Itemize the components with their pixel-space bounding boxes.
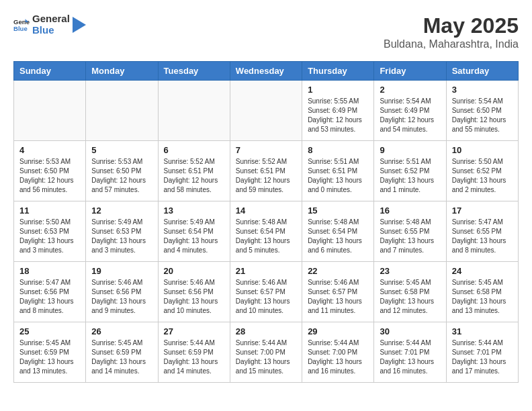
- calendar-cell: 5Sunrise: 5:53 AM Sunset: 6:50 PM Daylig…: [86, 141, 158, 201]
- weekday-header-friday: Friday: [374, 62, 446, 81]
- calendar-week-row: 4Sunrise: 5:53 AM Sunset: 6:50 PM Daylig…: [14, 141, 519, 201]
- day-info: Sunrise: 5:49 AM Sunset: 6:54 PM Dayligh…: [164, 218, 224, 255]
- day-info: Sunrise: 5:47 AM Sunset: 6:55 PM Dayligh…: [452, 218, 513, 255]
- weekday-header-wednesday: Wednesday: [230, 62, 302, 81]
- day-number: 25: [19, 326, 80, 336]
- location-subtitle: Buldana, Maharashtra, India: [384, 38, 519, 50]
- day-number: 15: [308, 205, 368, 216]
- day-info: Sunrise: 5:52 AM Sunset: 6:51 PM Dayligh…: [236, 157, 296, 195]
- calendar-cell: [14, 81, 86, 141]
- day-number: 8: [308, 145, 368, 155]
- calendar-cell: 19Sunrise: 5:46 AM Sunset: 6:56 PM Dayli…: [86, 262, 158, 322]
- calendar-cell: 9Sunrise: 5:51 AM Sunset: 6:52 PM Daylig…: [374, 141, 446, 201]
- calendar-cell: 28Sunrise: 5:44 AM Sunset: 7:00 PM Dayli…: [230, 322, 302, 383]
- calendar-cell: 30Sunrise: 5:44 AM Sunset: 7:01 PM Dayli…: [374, 322, 446, 383]
- calendar-cell: [86, 81, 158, 141]
- day-info: Sunrise: 5:53 AM Sunset: 6:50 PM Dayligh…: [91, 157, 152, 195]
- day-number: 23: [380, 266, 440, 276]
- day-info: Sunrise: 5:45 AM Sunset: 6:59 PM Dayligh…: [19, 338, 80, 376]
- calendar-week-row: 18Sunrise: 5:47 AM Sunset: 6:56 PM Dayli…: [14, 262, 519, 322]
- calendar-cell: 11Sunrise: 5:50 AM Sunset: 6:53 PM Dayli…: [14, 201, 86, 262]
- day-info: Sunrise: 5:45 AM Sunset: 6:58 PM Dayligh…: [380, 278, 440, 316]
- calendar-table: SundayMondayTuesdayWednesdayThursdayFrid…: [13, 61, 519, 383]
- calendar-cell: 1Sunrise: 5:55 AM Sunset: 6:49 PM Daylig…: [302, 81, 374, 141]
- day-number: 24: [452, 266, 513, 276]
- day-number: 6: [164, 145, 224, 155]
- svg-text:Blue: Blue: [13, 24, 28, 32]
- svg-marker-3: [73, 17, 86, 33]
- day-number: 17: [452, 205, 513, 216]
- day-info: Sunrise: 5:52 AM Sunset: 6:51 PM Dayligh…: [164, 157, 224, 195]
- calendar-cell: 15Sunrise: 5:48 AM Sunset: 6:54 PM Dayli…: [302, 201, 374, 262]
- day-number: 10: [452, 145, 513, 155]
- calendar-cell: 7Sunrise: 5:52 AM Sunset: 6:51 PM Daylig…: [230, 141, 302, 201]
- day-number: 16: [380, 205, 440, 216]
- calendar-cell: 27Sunrise: 5:44 AM Sunset: 6:59 PM Dayli…: [158, 322, 230, 383]
- calendar-cell: 12Sunrise: 5:49 AM Sunset: 6:53 PM Dayli…: [86, 201, 158, 262]
- day-number: 12: [91, 205, 152, 216]
- day-info: Sunrise: 5:54 AM Sunset: 6:50 PM Dayligh…: [452, 97, 513, 134]
- day-info: Sunrise: 5:47 AM Sunset: 6:56 PM Dayligh…: [19, 278, 80, 316]
- day-info: Sunrise: 5:45 AM Sunset: 6:58 PM Dayligh…: [452, 278, 513, 316]
- day-number: 3: [452, 85, 513, 95]
- day-info: Sunrise: 5:48 AM Sunset: 6:55 PM Dayligh…: [380, 218, 440, 255]
- calendar-cell: 8Sunrise: 5:51 AM Sunset: 6:51 PM Daylig…: [302, 141, 374, 201]
- day-info: Sunrise: 5:51 AM Sunset: 6:51 PM Dayligh…: [308, 157, 368, 195]
- calendar-cell: 10Sunrise: 5:50 AM Sunset: 6:52 PM Dayli…: [446, 141, 518, 201]
- day-info: Sunrise: 5:44 AM Sunset: 7:01 PM Dayligh…: [380, 338, 440, 376]
- weekday-header-row: SundayMondayTuesdayWednesdayThursdayFrid…: [14, 62, 519, 81]
- day-number: 18: [19, 266, 80, 276]
- day-info: Sunrise: 5:44 AM Sunset: 7:00 PM Dayligh…: [236, 338, 296, 376]
- weekday-header-monday: Monday: [86, 62, 158, 81]
- page-header: General Blue General Blue May 2025 Bulda…: [13, 13, 519, 50]
- weekday-header-saturday: Saturday: [446, 62, 518, 81]
- day-number: 9: [380, 145, 440, 155]
- day-info: Sunrise: 5:46 AM Sunset: 6:56 PM Dayligh…: [164, 278, 224, 316]
- day-info: Sunrise: 5:50 AM Sunset: 6:53 PM Dayligh…: [19, 218, 80, 255]
- calendar-cell: 13Sunrise: 5:49 AM Sunset: 6:54 PM Dayli…: [158, 201, 230, 262]
- calendar-cell: 4Sunrise: 5:53 AM Sunset: 6:50 PM Daylig…: [14, 141, 86, 201]
- day-number: 21: [236, 266, 296, 276]
- logo-arrow-icon: [73, 17, 86, 33]
- day-info: Sunrise: 5:44 AM Sunset: 7:00 PM Dayligh…: [308, 338, 368, 376]
- day-number: 20: [164, 266, 224, 276]
- calendar-cell: 22Sunrise: 5:46 AM Sunset: 6:57 PM Dayli…: [302, 262, 374, 322]
- calendar-cell: 17Sunrise: 5:47 AM Sunset: 6:55 PM Dayli…: [446, 201, 518, 262]
- day-info: Sunrise: 5:51 AM Sunset: 6:52 PM Dayligh…: [380, 157, 440, 195]
- calendar-week-row: 1Sunrise: 5:55 AM Sunset: 6:49 PM Daylig…: [14, 81, 519, 141]
- logo-general-text: General: [32, 13, 70, 25]
- weekday-header-thursday: Thursday: [302, 62, 374, 81]
- day-number: 31: [452, 326, 513, 336]
- logo-blue-text: Blue: [32, 25, 70, 36]
- logo: General Blue General Blue: [13, 13, 86, 36]
- day-info: Sunrise: 5:49 AM Sunset: 6:53 PM Dayligh…: [91, 218, 152, 255]
- day-info: Sunrise: 5:50 AM Sunset: 6:52 PM Dayligh…: [452, 157, 513, 195]
- calendar-cell: 29Sunrise: 5:44 AM Sunset: 7:00 PM Dayli…: [302, 322, 374, 383]
- day-number: 19: [91, 266, 152, 276]
- day-info: Sunrise: 5:55 AM Sunset: 6:49 PM Dayligh…: [308, 97, 368, 134]
- day-number: 11: [19, 205, 80, 216]
- day-number: 30: [380, 326, 440, 336]
- calendar-cell: 16Sunrise: 5:48 AM Sunset: 6:55 PM Dayli…: [374, 201, 446, 262]
- day-info: Sunrise: 5:44 AM Sunset: 6:59 PM Dayligh…: [164, 338, 224, 376]
- calendar-cell: 26Sunrise: 5:45 AM Sunset: 6:59 PM Dayli…: [86, 322, 158, 383]
- day-number: 29: [308, 326, 368, 336]
- calendar-cell: 24Sunrise: 5:45 AM Sunset: 6:58 PM Dayli…: [446, 262, 518, 322]
- weekday-header-sunday: Sunday: [14, 62, 86, 81]
- day-number: 14: [236, 205, 296, 216]
- calendar-cell: 23Sunrise: 5:45 AM Sunset: 6:58 PM Dayli…: [374, 262, 446, 322]
- day-number: 2: [380, 85, 440, 95]
- calendar-cell: 6Sunrise: 5:52 AM Sunset: 6:51 PM Daylig…: [158, 141, 230, 201]
- day-info: Sunrise: 5:54 AM Sunset: 6:49 PM Dayligh…: [380, 97, 440, 134]
- calendar-week-row: 25Sunrise: 5:45 AM Sunset: 6:59 PM Dayli…: [14, 322, 519, 383]
- day-number: 13: [164, 205, 224, 216]
- calendar-cell: 2Sunrise: 5:54 AM Sunset: 6:49 PM Daylig…: [374, 81, 446, 141]
- day-info: Sunrise: 5:48 AM Sunset: 6:54 PM Dayligh…: [308, 218, 368, 255]
- day-info: Sunrise: 5:45 AM Sunset: 6:59 PM Dayligh…: [91, 338, 152, 376]
- calendar-cell: 14Sunrise: 5:48 AM Sunset: 6:54 PM Dayli…: [230, 201, 302, 262]
- day-number: 28: [236, 326, 296, 336]
- calendar-cell: [158, 81, 230, 141]
- day-info: Sunrise: 5:46 AM Sunset: 6:56 PM Dayligh…: [91, 278, 152, 316]
- calendar-cell: 25Sunrise: 5:45 AM Sunset: 6:59 PM Dayli…: [14, 322, 86, 383]
- day-info: Sunrise: 5:46 AM Sunset: 6:57 PM Dayligh…: [236, 278, 296, 316]
